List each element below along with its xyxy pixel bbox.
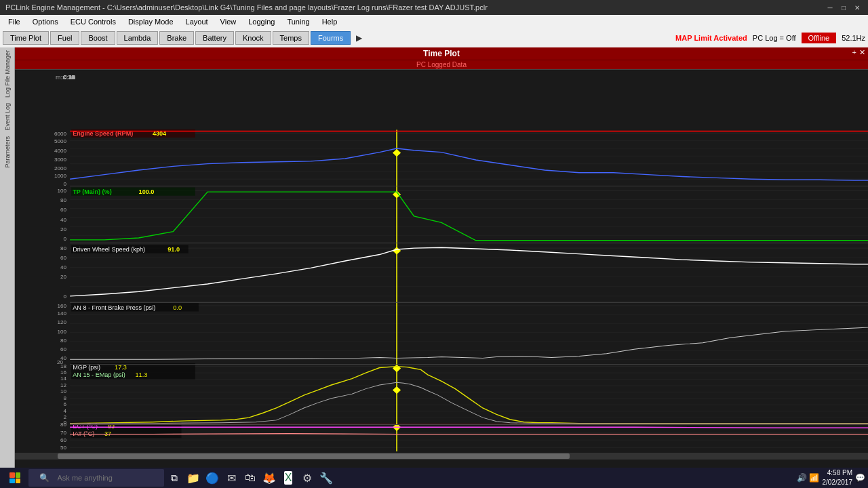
svg-text:AN 8 - Front Brake Press (psi): AN 8 - Front Brake Press (psi): [73, 304, 155, 311]
svg-text:20: 20: [60, 274, 67, 281]
hz-label: 52.1Hz: [842, 34, 865, 42]
titlebar-controls[interactable]: ─ □ ✕: [825, 3, 863, 12]
svg-text:40: 40: [60, 265, 67, 271]
svg-text:80: 80: [60, 197, 67, 203]
menu-help[interactable]: Help: [317, 16, 343, 27]
play-button[interactable]: ▶: [352, 31, 366, 45]
svg-text:MGP (psi): MGP (psi): [73, 365, 100, 371]
excel-icon: X: [284, 471, 293, 485]
taskbar: 🔍 ⧉ 📁 🔵 ✉ 🛍 🦊 X ⚙ 🔧 🔊 📶 4:58 PM 2/02/201…: [0, 468, 868, 488]
pclink-icon: ⚙: [302, 472, 312, 485]
pc-log-status: PC Log = Off: [753, 34, 796, 42]
minimize-button[interactable]: ─: [825, 3, 835, 12]
svg-text:4000: 4000: [54, 148, 67, 154]
taskbar-right: 🔊 📶 4:58 PM 2/02/2017 💬: [797, 468, 865, 487]
offline-button[interactable]: Offline: [802, 33, 837, 43]
taskbar-chrome[interactable]: 🦊: [260, 469, 278, 487]
taskbar-store[interactable]: 🛍: [241, 469, 259, 487]
tab-lambda[interactable]: Lambda: [117, 31, 159, 45]
time-axis: m:s 0:17 0:18 0:19 0:20 0:21 0:22 0:23 0…: [15, 69, 868, 84]
tab-brake[interactable]: Brake: [159, 31, 194, 45]
maximize-button[interactable]: □: [838, 3, 849, 12]
task-view-button[interactable]: ⧉: [165, 469, 183, 487]
chart-controls[interactable]: + ✕: [852, 48, 865, 57]
svg-text:60: 60: [60, 437, 67, 443]
taskbar-file-explorer[interactable]: 📁: [184, 469, 202, 487]
menubar: File Options ECU Controls Display Mode L…: [0, 15, 868, 28]
tab-boost[interactable]: Boost: [81, 31, 115, 45]
scrollbar-thumb[interactable]: [58, 453, 570, 459]
chart-title: Time Plot: [423, 49, 460, 58]
sidebar-log-file-manager[interactable]: Log File Manager: [3, 47, 12, 100]
chrome-icon: 🦊: [262, 472, 276, 485]
svg-text:80: 80: [60, 422, 67, 428]
close-button[interactable]: ✕: [852, 3, 863, 12]
tab-time-plot[interactable]: Time Plot: [3, 31, 49, 45]
svg-text:0: 0: [64, 293, 67, 300]
mail-icon: ✉: [227, 472, 236, 485]
chart-svg-wrapper[interactable]: 6000 5000 4000 3000 2000 1000 0 100 80 6…: [15, 69, 868, 453]
svg-text:0: 0: [64, 236, 67, 242]
menu-layout[interactable]: Layout: [180, 16, 214, 27]
time-tick-19: 0:36: [63, 74, 75, 81]
svg-text:10: 10: [60, 389, 67, 395]
search-bar-container[interactable]: 🔍: [28, 469, 164, 487]
sidebar-parameters[interactable]: Parameters: [3, 134, 12, 171]
scrollbar[interactable]: [15, 453, 868, 460]
file-explorer-icon: 📁: [186, 472, 200, 485]
start-button[interactable]: [3, 469, 27, 487]
notification-icon[interactable]: 💬: [855, 473, 865, 483]
chart-expand-icon[interactable]: +: [852, 48, 856, 57]
sidebar: Log File Manager Event Log Parameters: [0, 47, 15, 468]
svg-text:IAT (°C): IAT (°C): [73, 430, 94, 437]
pc-logged-text: PC Logged Data: [416, 61, 467, 68]
search-input[interactable]: [52, 470, 154, 485]
menu-tuning[interactable]: Tuning: [281, 16, 315, 27]
tab-fuel[interactable]: Fuel: [50, 31, 79, 45]
chart-close-icon[interactable]: ✕: [859, 48, 865, 57]
menu-view[interactable]: View: [215, 16, 242, 27]
svg-text:37: 37: [104, 430, 111, 437]
tab-temps[interactable]: Temps: [273, 31, 309, 45]
sidebar-event-log[interactable]: Event Log: [3, 100, 12, 134]
svg-text:18: 18: [60, 363, 67, 369]
svg-text:3000: 3000: [54, 157, 67, 163]
taskbar-time: 4:58 PM 2/02/2017: [823, 468, 853, 487]
menu-display-mode[interactable]: Display Mode: [123, 16, 179, 27]
svg-text:40: 40: [60, 217, 67, 223]
svg-text:80: 80: [60, 245, 67, 251]
svg-text:60: 60: [60, 255, 67, 261]
svg-text:83: 83: [108, 423, 115, 430]
menu-ecu-controls[interactable]: ECU Controls: [65, 16, 121, 27]
menu-options[interactable]: Options: [27, 16, 64, 27]
svg-text:60: 60: [60, 207, 67, 214]
map-limit-status: MAP Limit Activated: [675, 34, 747, 42]
taskbar-pclink[interactable]: ⚙: [298, 469, 316, 487]
svg-text:12: 12: [60, 382, 66, 388]
menu-file[interactable]: File: [3, 16, 26, 27]
chart-header: Time Plot + ✕: [15, 47, 868, 60]
svg-text:100: 100: [58, 188, 67, 194]
svg-text:8: 8: [64, 395, 67, 401]
tab-knock[interactable]: Knock: [235, 31, 271, 45]
svg-text:6: 6: [64, 401, 67, 407]
taskbar-excel[interactable]: X: [279, 469, 297, 487]
svg-text:0: 0: [64, 181, 67, 187]
svg-text:6000: 6000: [54, 131, 67, 137]
svg-text:TP (Main) (%): TP (Main) (%): [73, 188, 112, 195]
toolbar: Time Plot Fuel Boost Lambda Brake Batter…: [0, 28, 868, 47]
taskbar-app2[interactable]: 🔧: [317, 469, 335, 487]
tab-battery[interactable]: Battery: [195, 31, 234, 45]
svg-text:14: 14: [60, 376, 67, 382]
tab-fourms[interactable]: Fourms: [311, 31, 351, 45]
taskbar-edge[interactable]: 🔵: [203, 469, 221, 487]
titlebar-title: PCLink Engine Management - C:\Users\admi…: [5, 3, 488, 12]
taskbar-mail[interactable]: ✉: [222, 469, 240, 487]
svg-text:1000: 1000: [54, 174, 67, 180]
svg-text:20: 20: [60, 226, 67, 232]
chart-svg: 6000 5000 4000 3000 2000 1000 0 100 80 6…: [15, 69, 868, 453]
titlebar: PCLink Engine Management - C:\Users\admi…: [0, 0, 868, 15]
menu-logging[interactable]: Logging: [243, 16, 280, 27]
svg-text:5000: 5000: [54, 139, 67, 145]
svg-text:100.0: 100.0: [139, 188, 155, 195]
